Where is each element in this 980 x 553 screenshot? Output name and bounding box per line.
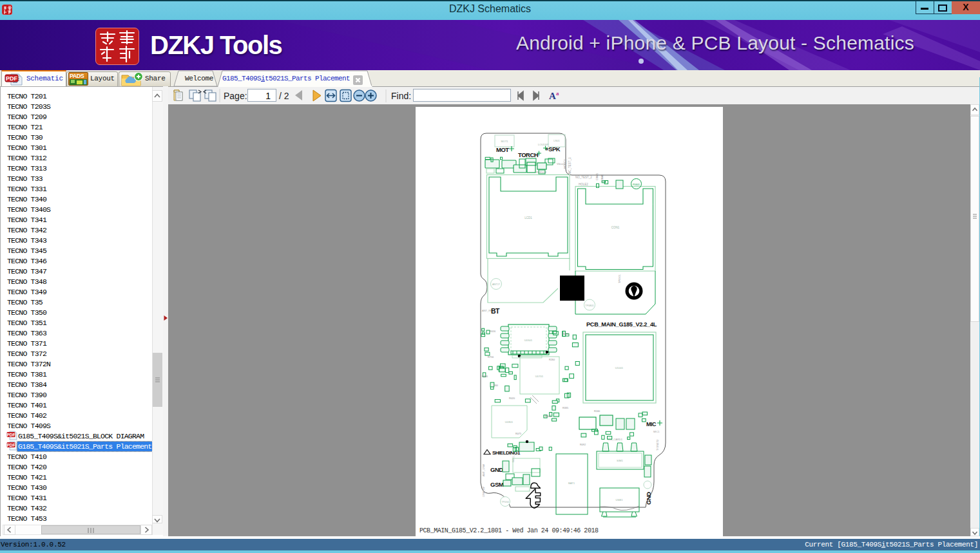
svg-text:CON1: CON1	[611, 226, 620, 229]
svg-text:U0701: U0701	[535, 375, 544, 378]
svg-text:TORCH: TORCH	[518, 151, 539, 158]
svg-text:GSM: GSM	[490, 481, 504, 488]
svg-text:W2G_1: W2G_1	[512, 453, 515, 462]
svg-text:MIC: MIC	[646, 421, 657, 427]
svg-text:SIM1: SIM1	[617, 459, 623, 462]
svg-text:GSM_RF: GSM_RF	[482, 486, 485, 497]
svg-text:TP0G4: TP0G4	[501, 501, 508, 503]
svg-text:A: A	[549, 91, 556, 101]
svg-text:LS01: LS01	[553, 139, 560, 142]
svg-text:R016: R016	[490, 330, 495, 333]
svg-text:ANT_GSM: ANT_GSM	[482, 464, 485, 476]
svg-text:MIC1: MIC1	[653, 430, 660, 433]
svg-text:R075: R075	[515, 433, 521, 435]
svg-text:NC_TEST_1: NC_TEST_1	[568, 157, 572, 174]
svg-text:PCB_MAIN_G185_V2.2_4L: PCB_MAIN_G185_V2.2_4L	[586, 321, 657, 328]
svg-text:R320: R320	[562, 333, 568, 335]
svg-text:NO_TEST_2: NO_TEST_2	[575, 176, 592, 179]
svg-text:U1001: U1001	[615, 366, 624, 370]
svg-text:Vibrator: Vibrator	[557, 162, 566, 165]
svg-text:LCD1: LCD1	[524, 216, 532, 220]
svg-text:FM850M: FM850M	[536, 171, 546, 174]
svg-text:R648: R648	[545, 415, 551, 418]
svg-text:R60: R60	[494, 384, 498, 387]
svg-text:C0641: C0641	[596, 173, 599, 180]
svg-text:BAT1: BAT1	[568, 482, 575, 485]
svg-text:PCB_MAIN_G185_V2.2_1801 - Wed: PCB_MAIN_G185_V2.2_1801 - Wed Jan 24 09:…	[419, 527, 599, 534]
svg-text:ANT1?: ANT1?	[492, 283, 500, 286]
svg-text:TY2SET2: TY2SET2	[656, 439, 659, 451]
svg-text:BT: BT	[491, 307, 500, 315]
svg-text:R240: R240	[594, 410, 600, 413]
svg-text:PDF: PDF	[7, 433, 15, 437]
svg-text:R092: R092	[580, 444, 586, 446]
svg-text:USB1: USB1	[616, 498, 624, 501]
svg-text:TP0901: TP0901	[618, 274, 621, 283]
svg-text:GND: GND	[645, 492, 652, 505]
svg-text:R020: R020	[509, 397, 515, 400]
svg-text:HOLE2: HOLE2	[579, 183, 588, 186]
svg-text:R335: R335	[562, 407, 568, 409]
svg-text:PDF: PDF	[6, 75, 18, 82]
svg-text:MOT: MOT	[496, 146, 509, 153]
svg-text:P0601: P0601	[633, 183, 640, 186]
svg-text:MOT1: MOT1	[501, 140, 508, 143]
svg-text:+SPK: +SPK	[545, 145, 561, 153]
svg-text:R756: R756	[488, 356, 494, 359]
svg-text:R260: R260	[549, 359, 555, 361]
svg-text:a: a	[556, 90, 559, 97]
svg-text:U0501: U0501	[524, 339, 533, 342]
svg-text:TP0801: TP0801	[585, 305, 593, 307]
svg-text:GND: GND	[490, 466, 503, 473]
svg-text:PDF: PDF	[7, 443, 15, 447]
svg-text:U0801: U0801	[505, 420, 514, 424]
svg-text:C0642: C0642	[601, 174, 604, 182]
svg-text:R886: R886	[482, 375, 488, 378]
